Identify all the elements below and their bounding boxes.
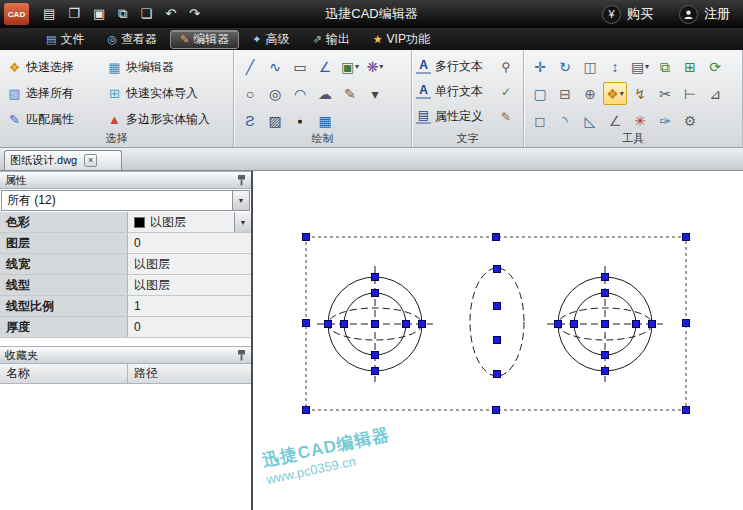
buy-button[interactable]: ¥ 购买 (589, 0, 666, 28)
save-icon[interactable]: ▣ (93, 6, 105, 22)
tab-file[interactable]: ▤文件 (36, 30, 94, 49)
spell-check-icon[interactable]: ✓ (496, 82, 516, 102)
redo-icon[interactable]: ↷ (189, 6, 200, 22)
property-value[interactable]: 以图层▼ (128, 212, 251, 232)
measure-icon[interactable]: ⊕ (578, 82, 602, 105)
new-file-icon[interactable]: ▤ (43, 6, 55, 22)
dropdown-arrow[interactable]: ▾ (379, 62, 383, 71)
grip[interactable] (555, 321, 562, 328)
ribbon-item-singleline-text[interactable]: A单行文本 (416, 83, 496, 100)
stretch-icon[interactable]: ↕ (603, 55, 627, 78)
grip[interactable] (494, 337, 501, 344)
grip[interactable] (649, 321, 656, 328)
grip[interactable] (602, 368, 609, 375)
grip[interactable] (303, 234, 310, 241)
copy-icon[interactable]: ⧉ (653, 55, 677, 78)
ribbon-item-select-all[interactable]: ▧选择所有 (4, 85, 104, 102)
tab-viewer[interactable]: ◎查看器 (97, 30, 167, 49)
extend-icon[interactable]: ⊢ (678, 82, 702, 105)
ribbon-item-polygon-entity-input[interactable]: ▲多边形实体输入 (104, 111, 232, 128)
brush-icon[interactable]: ✑ (653, 109, 677, 132)
grip[interactable] (303, 407, 310, 414)
property-dropdown-button[interactable]: ▼ (234, 212, 251, 232)
pin-icon[interactable] (237, 175, 246, 186)
favorites-column-0[interactable]: 名称 (0, 364, 128, 383)
trim-icon[interactable]: ✂ (653, 82, 677, 105)
grip[interactable] (633, 321, 640, 328)
property-value[interactable]: 1 (128, 296, 251, 316)
grip[interactable] (683, 407, 690, 414)
tab-advanced[interactable]: ✦高级 (242, 30, 299, 49)
ribbon-item-attribute-definition[interactable]: ▤属性定义 (416, 108, 496, 125)
grip[interactable] (494, 266, 501, 273)
table-icon[interactable]: ▦ (313, 109, 337, 132)
property-value[interactable]: 以图层 (128, 275, 251, 295)
dropdown-arrow[interactable]: ▾ (355, 62, 359, 71)
break-icon[interactable]: ⊿ (703, 82, 727, 105)
mirror-icon[interactable]: ◫ (578, 55, 602, 78)
select-window-icon[interactable]: ◻ (528, 109, 552, 132)
spline2-icon[interactable]: Ƨ (238, 109, 262, 132)
point-icon[interactable]: ▪ (288, 109, 312, 132)
grip[interactable] (602, 321, 609, 328)
grip[interactable] (494, 371, 501, 378)
arc-icon[interactable]: ◠ (288, 82, 312, 105)
align-icon[interactable]: ∠ (603, 109, 627, 132)
chamfer-icon[interactable]: ◺ (578, 109, 602, 132)
properties-filter-dropdown[interactable]: 所有 (12) ▼ (1, 190, 250, 211)
revision-cloud-icon[interactable]: ☁ (313, 82, 337, 105)
offset-icon[interactable]: ⊟ (553, 82, 577, 105)
tab-vip[interactable]: ★VIP功能 (363, 30, 440, 49)
ribbon-item-match-properties[interactable]: ✎匹配属性 (4, 111, 104, 128)
ribbon-item-quick-select[interactable]: ❖快速选择 (4, 59, 104, 76)
middle-ellipse-entity[interactable] (470, 268, 524, 376)
favorites-column-1[interactable]: 路径 (128, 364, 251, 383)
shape-tools-dropdown[interactable]: ▤▾ (628, 55, 652, 78)
move-icon[interactable]: ✛ (528, 55, 552, 78)
chevron-down-icon[interactable]: ▼ (232, 191, 249, 210)
settings-icon[interactable]: ⚙ (678, 109, 702, 132)
text-edit-icon[interactable]: ✎ (496, 107, 516, 127)
circle-icon[interactable]: ○ (238, 82, 262, 105)
color-blocks-icon[interactable]: ❖▾ (603, 82, 627, 105)
dropdown-arrow[interactable]: ▾ (645, 62, 649, 71)
sketch-pen-icon[interactable]: ✎ (338, 82, 362, 105)
polyline-icon[interactable]: ∠ (313, 55, 337, 78)
pattern-icon[interactable]: ❋▾ (363, 55, 387, 78)
grip[interactable] (372, 368, 379, 375)
save-all-icon[interactable]: ⧉ (118, 6, 127, 22)
ellipse-icon[interactable]: ◎ (263, 82, 287, 105)
grip[interactable] (303, 320, 310, 327)
grip[interactable] (493, 234, 500, 241)
rotate-copy-icon[interactable]: ⟳ (703, 55, 727, 78)
rotate-icon[interactable]: ↻ (553, 55, 577, 78)
document-tab[interactable]: 图纸设计.dwg × (4, 150, 122, 170)
grip[interactable] (493, 407, 500, 414)
ribbon-item-quick-entity-import[interactable]: ⊞快速实体导入 (104, 85, 232, 102)
ribbon-item-block-editor[interactable]: ▦块编辑器 (104, 59, 232, 76)
grip[interactable] (341, 321, 348, 328)
find-replace-icon[interactable]: ⚲ (496, 57, 516, 77)
grip[interactable] (683, 234, 690, 241)
register-button[interactable]: 注册 (666, 0, 743, 28)
property-value[interactable]: 0 (128, 317, 251, 337)
grip[interactable] (325, 321, 332, 328)
grip[interactable] (372, 290, 379, 297)
grip[interactable] (419, 321, 426, 328)
pin-icon[interactable] (237, 350, 246, 361)
grip[interactable] (602, 290, 609, 297)
grip[interactable] (372, 321, 379, 328)
grip[interactable] (602, 274, 609, 281)
fillet-icon[interactable]: ◝ (553, 109, 577, 132)
grip[interactable] (372, 274, 379, 281)
grip[interactable] (571, 321, 578, 328)
draw-more-dropdown[interactable]: ▾ (363, 82, 387, 105)
undo-icon[interactable]: ↶ (165, 6, 176, 22)
print-icon[interactable]: ❏ (141, 6, 153, 22)
grip[interactable] (683, 320, 690, 327)
tab-editor[interactable]: ✎编辑器 (170, 30, 239, 49)
grip[interactable] (403, 321, 410, 328)
property-value[interactable]: 以图层 (128, 254, 251, 274)
grip[interactable] (602, 352, 609, 359)
ribbon-item-multiline-text[interactable]: A多行文本 (416, 58, 496, 75)
